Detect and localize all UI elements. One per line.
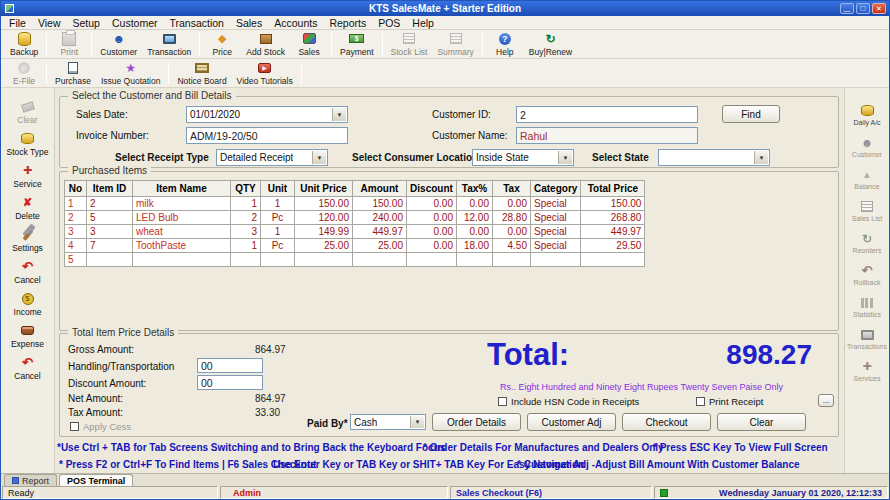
menu-item-accounts[interactable]: Accounts — [268, 17, 323, 29]
table-row[interactable]: 47ToothPaste1Pc25.0025.000.0018.004.50Sp… — [65, 239, 645, 253]
sidebar-item-service[interactable]: Service — [1, 164, 54, 189]
sidebar-item-reorders[interactable]: Reorders — [845, 232, 889, 254]
sidebar-item-balance[interactable]: Balance — [845, 168, 889, 190]
find-button[interactable]: Find — [722, 105, 780, 123]
dropdown-arrow-icon[interactable] — [312, 151, 326, 164]
sidebar-item-transactions[interactable]: Transactions — [845, 328, 889, 350]
toolbar-notice-board-button[interactable]: Notice Board — [172, 60, 231, 87]
more-options-button[interactable]: ... — [818, 394, 834, 407]
menu-item-file[interactable]: File — [3, 17, 32, 29]
table-cell: ToothPaste — [133, 239, 231, 253]
status-checkout-text: Sales Checkout (F6) — [456, 488, 542, 498]
sidebar-item-income[interactable]: Income — [1, 292, 54, 317]
toolbar-video-tutorials-button[interactable]: Video Tutorials — [232, 60, 298, 87]
toolbar-issue-quotation-button[interactable]: Issue Quotation — [96, 60, 166, 87]
toolbar-price-button[interactable]: Price — [203, 31, 241, 58]
sidebar-item-daily-ac[interactable]: Daily A/c — [845, 104, 889, 126]
clear-button[interactable]: Clear — [717, 413, 806, 431]
stock-list-icon — [403, 33, 415, 44]
toolbar-transaction-button[interactable]: Transaction — [142, 31, 196, 58]
toolbar-separator — [46, 33, 47, 56]
invoice-number-input[interactable] — [186, 127, 348, 144]
toolbar-backup-button[interactable]: Backup — [5, 31, 43, 58]
minimize-button[interactable] — [840, 3, 854, 14]
toolbar-purchase-button[interactable]: Purchase — [50, 60, 96, 87]
sidebar-item-statistics[interactable]: Statistics — [845, 296, 889, 318]
discount-input[interactable] — [197, 375, 263, 390]
sidebar-item-cancel-2[interactable]: Cancel — [1, 356, 54, 381]
menu-item-customer[interactable]: Customer — [106, 17, 164, 29]
sidebar-item-settings[interactable]: Settings — [1, 228, 54, 253]
sidebar-item-customer-right[interactable]: Customer — [845, 136, 889, 158]
tab-pos-terminal[interactable]: POS Terminal — [59, 474, 133, 486]
paid-by-combo[interactable]: Cash — [350, 414, 426, 430]
table-row[interactable]: 25LED Bulb2Pc120.00240.000.0012.0028.80S… — [65, 211, 645, 225]
toolbar-add-stock-button[interactable]: Add Stock — [241, 31, 290, 58]
table-cell: 29.50 — [581, 239, 645, 253]
close-button[interactable] — [872, 3, 886, 14]
toolbar-sales-button[interactable]: Sales — [290, 31, 328, 58]
toolbar-issue-quotation-label: Issue Quotation — [101, 76, 161, 86]
sidebar-item-cancel[interactable]: Cancel — [1, 260, 54, 285]
sidebar-item-sales-list[interactable]: Sales List — [845, 200, 889, 222]
apply-cess-checkbox[interactable] — [70, 422, 79, 431]
menu-bar: File View Setup Customer Transaction Sal… — [1, 16, 889, 30]
menu-item-transaction[interactable]: Transaction — [163, 17, 229, 29]
table-row[interactable]: 12milk11150.00150.000.000.000.00Special1… — [65, 197, 645, 211]
sidebar-item-delete[interactable]: Delete — [1, 196, 54, 221]
apply-cess-checkbox-row: Apply Cess — [70, 421, 131, 432]
menu-item-setup[interactable]: Setup — [67, 17, 106, 29]
customer-id-input[interactable] — [516, 106, 698, 123]
sidebar-services-label: Services — [854, 375, 881, 382]
customer-person-icon — [112, 32, 125, 46]
more-options-label: ... — [823, 396, 830, 405]
checkout-button[interactable]: Checkout — [622, 413, 711, 431]
print-receipt-checkbox[interactable] — [696, 397, 705, 406]
receipt-type-combo[interactable]: Detailed Receipt — [216, 149, 328, 166]
sales-date-combo[interactable]: 01/01/2020 — [186, 106, 348, 123]
sidebar-item-services[interactable]: Services — [845, 360, 889, 382]
menu-item-pos[interactable]: POS — [372, 17, 406, 29]
handling-input[interactable] — [197, 358, 263, 373]
toolbar-help-button[interactable]: Help — [486, 31, 524, 58]
dropdown-arrow-icon[interactable] — [332, 108, 346, 121]
toolbar-stock-list-button[interactable]: Stock List — [386, 31, 433, 58]
toolbar-efile-button[interactable]: E-File — [5, 60, 43, 87]
toolbar-customer-button[interactable]: Customer — [95, 31, 142, 58]
toolbar-print-button[interactable]: Print — [50, 31, 88, 58]
sidebar-service-label: Service — [13, 179, 41, 189]
customer-adj-button[interactable]: Customer Adj — [527, 413, 616, 431]
menu-item-sales[interactable]: Sales — [230, 17, 268, 29]
select-state-combo[interactable] — [658, 149, 770, 166]
sidebar-item-expense[interactable]: Expense — [1, 324, 54, 349]
balance-scale-icon — [862, 168, 872, 181]
pos-terminal-content: Select the Customer and Bill Details Sal… — [55, 88, 844, 473]
dropdown-arrow-icon[interactable] — [754, 151, 768, 164]
menu-item-view[interactable]: View — [32, 17, 67, 29]
amount-in-words: Rs.. Eight Hundred and Ninety Eight Rupe… — [500, 382, 783, 392]
tab-report[interactable]: Report — [4, 474, 57, 486]
renew-arrow-icon — [545, 32, 555, 46]
dropdown-arrow-icon[interactable] — [410, 416, 424, 428]
dropdown-arrow-icon[interactable] — [558, 151, 572, 164]
menu-item-reports[interactable]: Reports — [323, 17, 372, 29]
consumer-location-combo[interactable]: Inside State — [472, 149, 574, 166]
menu-item-help[interactable]: Help — [406, 17, 440, 29]
order-details-button[interactable]: Order Details — [432, 413, 521, 431]
toolbar-buy-renew-button[interactable]: Buy|Renew — [524, 31, 577, 58]
clear-label: Clear — [750, 417, 774, 428]
toolbar-summary-button[interactable]: Summary — [432, 31, 478, 58]
net-amount-label: Net Amount: — [68, 393, 123, 404]
table-cell: 4 — [65, 239, 87, 253]
toolbar-payment-button[interactable]: Payment — [335, 31, 379, 58]
income-coin-icon — [22, 293, 34, 305]
table-row[interactable]: 5 — [65, 253, 645, 267]
maximize-button[interactable] — [856, 3, 870, 14]
toolbar-separator — [382, 33, 383, 56]
sidebar-item-stock-type[interactable]: Stock Type — [1, 132, 54, 157]
sidebar-item-clear[interactable]: Clear — [1, 100, 54, 125]
backup-database-icon — [18, 32, 31, 46]
table-row[interactable]: 33wheat31149.99449.970.000.000.00Special… — [65, 225, 645, 239]
sidebar-item-rollback[interactable]: Rollback — [845, 264, 889, 286]
include-hsn-checkbox[interactable] — [498, 397, 507, 406]
